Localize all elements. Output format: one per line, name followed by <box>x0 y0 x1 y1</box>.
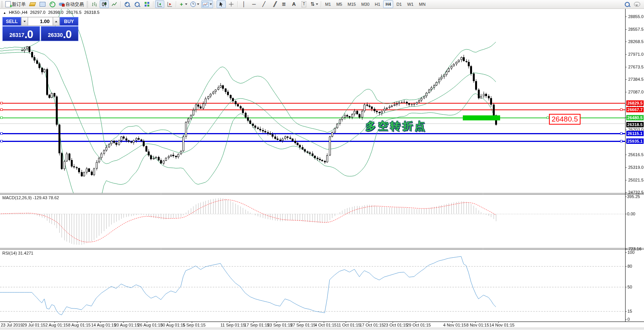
time-axis-label: 29 Jul 01:15 <box>22 323 45 327</box>
new-order-button[interactable]: 新订单 <box>4 0 27 8</box>
cursor-tool-button[interactable] <box>217 0 226 8</box>
ohlc-close: 26318.5 <box>84 10 100 15</box>
candlestick-mode-button[interactable] <box>100 0 109 8</box>
channel-tool-button[interactable]: ╱╱ <box>269 0 279 8</box>
crosshair-tool-button[interactable] <box>227 0 236 8</box>
rsi-indicator-label: RSI(14) 31.4271 <box>2 251 33 255</box>
chart-shift-icon <box>157 2 162 7</box>
horizontal-line-tool-button[interactable]: ─ <box>249 0 259 8</box>
text-tool-button[interactable]: A <box>289 0 299 8</box>
crosshair-icon <box>229 2 234 7</box>
time-axis-label: 17 Oct 01:15 <box>360 323 384 327</box>
timeframe-w1-button[interactable]: W1 <box>405 0 416 8</box>
time-axis-label: 2 Aug 01:15 <box>45 323 68 327</box>
volume-input[interactable] <box>28 17 53 26</box>
volume-decrease-button[interactable] <box>21 17 28 26</box>
buy-price-display[interactable]: 26330 .0 <box>41 26 78 41</box>
auto-scroll-button[interactable] <box>165 0 174 8</box>
status-bar <box>0 328 644 330</box>
time-axis-label: 5 Sep 01:15 <box>183 323 205 327</box>
timeframe-d1-button[interactable]: D1 <box>394 0 404 8</box>
cursor-icon <box>219 2 224 7</box>
zoom-out-icon: - <box>135 2 140 7</box>
channel-icon: ╱╱ <box>273 2 275 7</box>
fibonacci-tool-button[interactable]: ≣ <box>279 0 289 8</box>
chart-shift-button[interactable] <box>155 0 164 8</box>
autotrade-label: 自动交易 <box>65 1 84 8</box>
template-menu-button[interactable] <box>201 0 213 8</box>
period-menu-button[interactable] <box>189 0 200 8</box>
ohlc-low: 26176.5 <box>66 10 82 15</box>
label-tool-button[interactable]: T <box>299 0 309 8</box>
triangle-down-icon <box>23 21 26 22</box>
trendline-tool-button[interactable]: ╱ <box>259 0 269 8</box>
terminal-button[interactable] <box>38 0 47 8</box>
price-axis-tick: 25319.0 <box>628 165 644 170</box>
toolbar-separator <box>321 1 321 7</box>
chart-overlay: ▲ HK50-,H4 26297.0 26398.0 26176.5 26318… <box>0 0 644 330</box>
price-line-badge: 26480.5 <box>626 115 644 120</box>
time-axis-label: 17 Sep 01:15 <box>244 323 269 327</box>
sell-price-display[interactable]: 26317 .0 <box>2 26 40 41</box>
toolbar-separator <box>215 1 215 7</box>
toolbar-separator <box>237 1 238 7</box>
price-axis-tick: 28855.0 <box>628 14 644 19</box>
timeframe-m30-button[interactable]: M30 <box>359 0 372 8</box>
timeframe-m5-button[interactable]: M5 <box>334 0 344 8</box>
timeframe-h4-button[interactable]: H4 <box>383 0 393 8</box>
label-tool-icon: T <box>302 1 306 7</box>
template-icon <box>202 2 209 7</box>
shapes-tool-button[interactable]: ⇅ <box>309 0 319 8</box>
timeframe-m1-button[interactable]: M1 <box>323 0 333 8</box>
price-axis-tick: 27971.0 <box>628 52 644 57</box>
volume-increase-button[interactable] <box>53 17 60 26</box>
chevron-down-icon <box>316 3 318 5</box>
ohlc-high: 26398.0 <box>48 10 63 15</box>
toolbar-separator <box>176 1 176 7</box>
buy-price-fraction: .0 <box>63 29 71 40</box>
autotrade-button[interactable]: 自动交易 <box>58 0 85 8</box>
line-chart-mode-button[interactable] <box>110 0 119 8</box>
zoom-out-button[interactable]: - <box>132 0 142 8</box>
time-axis-label: 14 Nov 01:15 <box>489 323 514 327</box>
sell-price-fraction: .0 <box>24 29 33 40</box>
gold-bar-icon <box>29 2 36 6</box>
price-box-annotation[interactable]: 26480.5 <box>549 114 581 125</box>
highlight-rectangle-annotation[interactable] <box>463 115 500 120</box>
timeframe-h1-button[interactable]: H1 <box>372 0 382 8</box>
price-axis-tick: 27087.0 <box>628 90 644 94</box>
time-axis-label: 11 Sep 01:15 <box>220 323 245 327</box>
sell-button[interactable]: SELL <box>2 17 21 26</box>
time-axis-label: 29 Oct 01:15 <box>407 323 431 327</box>
toolbar-separator <box>120 1 121 7</box>
macd-axis-tick: 0.00 <box>627 212 635 216</box>
horizontal-line-icon: ─ <box>252 2 255 7</box>
market-watch-button[interactable] <box>28 0 37 8</box>
chat-button[interactable] <box>632 0 642 8</box>
tile-windows-button[interactable] <box>142 0 152 8</box>
toolbar-grip[interactable] <box>87 1 88 7</box>
timeframe-m15-button[interactable]: M15 <box>345 0 358 8</box>
time-axis-label: 4 Nov 01:15 <box>443 323 466 327</box>
macd-indicator-label: MACD(12,26,9) -129.43 78.62 <box>2 195 59 200</box>
collapse-triangle-icon[interactable]: ▲ <box>3 11 6 15</box>
search-button[interactable] <box>622 0 632 8</box>
monitor-icon <box>40 2 45 7</box>
toolbar-separator <box>153 1 153 7</box>
macd-axis-tick: 395.25 <box>627 194 640 199</box>
timeframe-mn-button[interactable]: MN <box>417 0 428 8</box>
price-line-badge: 26829.5 <box>626 100 644 106</box>
zoom-in-button[interactable]: + <box>122 0 132 8</box>
vertical-line-tool-button[interactable]: │ <box>239 0 249 8</box>
bar-chart-mode-button[interactable] <box>90 0 99 8</box>
signal-button[interactable] <box>48 0 57 8</box>
toolbar-grip[interactable] <box>1 1 3 7</box>
add-indicator-button[interactable]: ＋ <box>178 0 189 8</box>
buy-button[interactable]: BUY <box>60 17 78 26</box>
time-axis-label: 23 Jul 2019 <box>1 323 23 327</box>
time-axis-label: 8 Aug 01:15 <box>68 323 91 327</box>
timeframe-group: M1M5M15M30H1H4D1W1MN <box>322 0 428 8</box>
chat-icon <box>634 2 640 7</box>
turning-point-text-annotation[interactable]: 多空转折点 <box>365 119 427 133</box>
price-line-badge: 25935.1 <box>626 138 644 144</box>
